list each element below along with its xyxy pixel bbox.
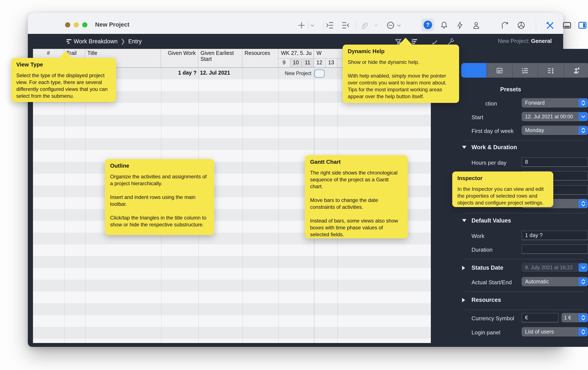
actual-start-end-label: Actual Start/End [472, 279, 512, 285]
currency-symbol-field[interactable]: € [522, 313, 558, 322]
chevron-down-icon[interactable] [578, 112, 588, 121]
view-bar: Work Breakdown ❯ Entry New Project: Gene… [28, 34, 563, 49]
column-header-given-earliest-start[interactable]: Given Earliest Start [198, 49, 242, 67]
inspector-sidebar-toggle-icon[interactable] [577, 20, 588, 31]
indent-button[interactable] [325, 20, 335, 31]
first-day-of-week-label: First day of week [472, 128, 514, 134]
hours-per-day-field[interactable]: 8 [522, 157, 588, 167]
view-type-tooltip: View Type Select the type of the display… [11, 58, 116, 102]
minimize-button[interactable] [74, 22, 79, 27]
row-given-earliest-start[interactable]: 12. Jul 2021 [200, 70, 230, 76]
direction-label: ction [485, 100, 497, 107]
work-label: Work [472, 233, 484, 239]
duration-field[interactable] [522, 244, 588, 254]
stepper-icon[interactable] [578, 98, 588, 107]
network-globe-icon[interactable] [516, 20, 526, 31]
first-day-of-week-popup[interactable]: Monday [522, 126, 588, 135]
tab-outline-levels[interactable] [513, 63, 538, 78]
login-panel-label: Login panel [472, 329, 500, 336]
more-actions-button[interactable] [386, 20, 395, 31]
actual-start-end-popup[interactable]: Automatic [522, 277, 588, 286]
calendar-icon [495, 66, 504, 74]
dynamic-help-tooltip: Dynamic Help Show or hide the dynamic he… [343, 44, 459, 103]
start-label: Start [472, 114, 483, 120]
window-title: New Project [95, 21, 129, 28]
breadcrumb-separator: ❯ [119, 38, 127, 44]
desktop: New Project [0, 0, 588, 370]
zoom-button[interactable] [82, 22, 87, 27]
section-presets[interactable]: Presets [500, 86, 521, 93]
gantt-day-weekend: 11 [302, 59, 314, 67]
section-work-duration[interactable]: Work & Duration [472, 144, 517, 151]
bottom-panel-toggle-icon[interactable] [562, 20, 572, 31]
login-panel-popup[interactable]: List of users [522, 327, 588, 337]
gantt-week-current: WK 27, 5. Ju [278, 49, 314, 59]
section-resources[interactable]: Resources [472, 297, 501, 303]
start-date-dropdown[interactable]: 12. Jul 2021 at 00:00 [522, 112, 588, 121]
more-actions-chevron-icon[interactable] [396, 20, 402, 31]
work-field[interactable]: 1 day ? [522, 231, 588, 240]
direction-popup[interactable]: Forward [522, 98, 588, 108]
gantt-bar[interactable] [314, 69, 325, 77]
gantt-day: 13 [326, 59, 337, 67]
inspector-tab-bar [461, 63, 588, 78]
inspector-tooltip: Inspector In the Inspector you can view … [452, 172, 553, 207]
gantt-chart-tooltip: Gantt Chart The right side shows the chr… [305, 155, 408, 238]
stepper-icon[interactable] [578, 277, 588, 286]
gantt-day: 12 [314, 59, 326, 67]
duration-label: Duration [472, 247, 493, 253]
activity-bolt-icon[interactable] [456, 20, 464, 31]
sync-icon[interactable] [500, 20, 510, 31]
list-shapes-icon [547, 66, 555, 74]
stepper-icon[interactable] [578, 313, 588, 322]
stepper-icon[interactable] [578, 327, 588, 336]
breadcrumb-path[interactable]: Work Breakdown [74, 38, 117, 44]
hours-per-day-label: Hours per day [472, 160, 506, 166]
tab-styles[interactable] [538, 63, 564, 78]
settings-tools-icon[interactable] [545, 20, 555, 31]
title-bar: New Project [28, 13, 563, 34]
chevron-down-icon[interactable] [578, 263, 588, 272]
currency-unit-popup[interactable]: 1 € [561, 313, 588, 322]
tab-general[interactable] [461, 63, 487, 78]
dynamic-help-button[interactable]: ? [424, 21, 432, 29]
user-icon[interactable] [472, 20, 481, 31]
breadcrumb-current[interactable]: Entry [128, 38, 142, 44]
status-date-label[interactable]: Status Date [472, 264, 504, 271]
attachment-icon[interactable] [360, 20, 369, 31]
gantt-day-weekend: 10 [290, 59, 302, 67]
stepper-icon[interactable] [578, 126, 588, 135]
notifications-bell-icon[interactable] [439, 20, 449, 31]
outline-tooltip: Outline Organize the activities and assi… [105, 159, 214, 235]
outdent-button[interactable] [341, 20, 350, 31]
tab-resources[interactable] [564, 63, 588, 78]
numbered-list-icon [521, 66, 529, 74]
dynamic-help-tooltip-arrow [399, 38, 412, 45]
stepper-icon[interactable] [578, 199, 588, 208]
person-star-icon [573, 66, 581, 74]
tab-calendar[interactable] [487, 63, 513, 78]
status-date-dropdown[interactable]: 9. July 2021 at 16:22 [522, 263, 588, 272]
column-header-given-work[interactable]: Given Work [161, 49, 198, 67]
add-options-chevron-icon[interactable] [310, 20, 315, 31]
add-row-button[interactable] [297, 20, 306, 31]
view-type-icon[interactable] [65, 38, 72, 44]
gantt-day: 9 [278, 59, 290, 67]
attachment-chevron-icon[interactable] [373, 20, 378, 31]
row-given-work[interactable]: 1 day ? [161, 70, 197, 76]
close-button[interactable] [65, 22, 70, 27]
currency-symbol-label: Currency Symbol [472, 315, 514, 322]
inspector-title: New Project: General [459, 38, 588, 44]
breadcrumb[interactable]: Work Breakdown ❯ Entry [74, 38, 142, 44]
column-header-resources[interactable]: Resources [242, 49, 278, 67]
section-default-values[interactable]: Default Values [472, 217, 511, 224]
view-type-tooltip-arrow [59, 51, 72, 58]
